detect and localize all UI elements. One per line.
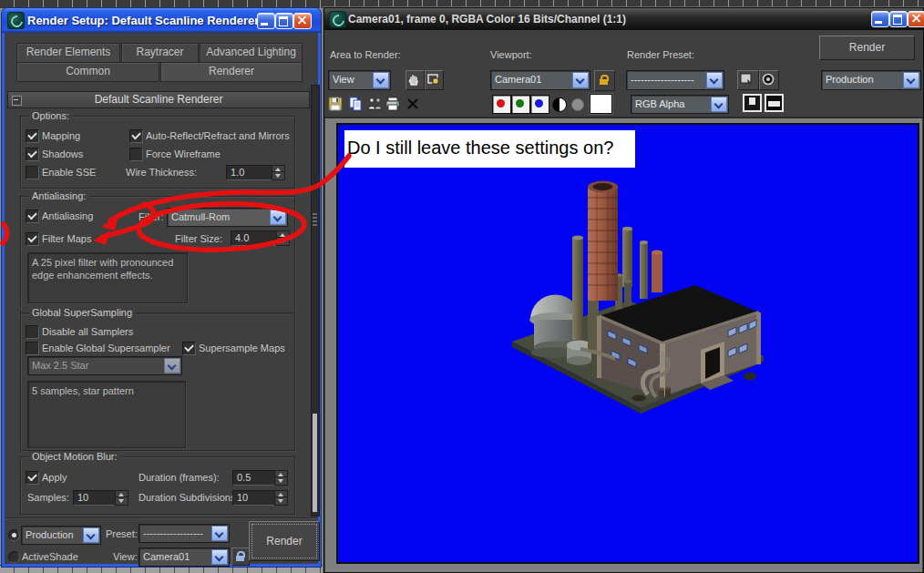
disable-samplers-checkbox[interactable] (26, 325, 39, 339)
tab-renderer[interactable]: Renderer (160, 62, 303, 82)
clone-window-button[interactable] (367, 97, 383, 111)
duration-spinner[interactable] (274, 470, 286, 486)
hand-icon (406, 71, 422, 87)
scrollbar-grip[interactable] (313, 213, 317, 228)
preset-options-button[interactable] (759, 70, 779, 90)
activeshade-radio[interactable] (8, 551, 20, 563)
filter-maps-checkbox[interactable] (26, 232, 39, 246)
samples-field[interactable]: 10 (73, 490, 117, 506)
chevron-down-icon[interactable] (706, 72, 723, 88)
clone-people-icon (367, 97, 383, 111)
viewport-dropdown[interactable]: Camera01 (490, 70, 590, 90)
enable-supersampler-checkbox[interactable] (26, 342, 39, 355)
chevron-down-icon[interactable] (903, 72, 919, 88)
pan-region-button[interactable] (406, 70, 425, 90)
area-to-render-value: View (333, 72, 374, 87)
render-mode-dropdown[interactable]: Production (821, 70, 921, 90)
apply-checkbox[interactable] (26, 471, 39, 485)
tab-render-elements[interactable]: Render Elements (16, 43, 120, 63)
tab-advanced-lighting[interactable]: Advanced Lighting (200, 43, 303, 63)
minimize-button[interactable] (257, 13, 275, 29)
duration-field[interactable]: 0.5 (232, 470, 276, 486)
sampler-description: 5 samples, star pattern (27, 381, 186, 448)
filter-size-spinner[interactable] (276, 230, 288, 246)
save-preset-button[interactable] (737, 70, 759, 90)
chevron-down-icon[interactable] (711, 97, 727, 112)
antialiasing-checkbox[interactable] (26, 210, 39, 223)
production-mode-dropdown[interactable]: Production (21, 526, 101, 545)
close-button[interactable] (908, 11, 924, 27)
save-image-button[interactable] (328, 97, 343, 111)
minimize-button[interactable] (871, 11, 889, 27)
rollout-default-scanline[interactable]: Default Scanline Renderer (7, 91, 310, 108)
green-channel-icon (516, 99, 524, 107)
maximize-button[interactable] (889, 11, 908, 27)
render-preset-dropdown[interactable]: ------------------- (626, 70, 724, 90)
wire-thickness-spinner[interactable] (272, 165, 283, 180)
preset-save-icon (738, 71, 756, 87)
render-button[interactable]: Render (249, 521, 320, 561)
maximize-button[interactable] (275, 13, 293, 29)
view-label: View: (113, 551, 138, 563)
chevron-down-icon[interactable] (270, 210, 286, 225)
rollout-title: Default Scanline Renderer (95, 93, 223, 106)
subdivisions-label: Duration Subdivisions: (139, 492, 238, 504)
auto-reflect-checkbox[interactable] (129, 129, 143, 143)
render-setup-dialog: Render Setup: Default Scanline Renderer … (2, 8, 321, 567)
copy-image-button[interactable] (348, 97, 363, 111)
chevron-down-icon[interactable] (211, 526, 228, 541)
supersample-maps-checkbox[interactable] (182, 342, 196, 355)
wire-thickness-field[interactable]: 1.0 (226, 165, 273, 180)
lock-view-button[interactable] (231, 547, 250, 566)
chevron-down-icon[interactable] (211, 549, 228, 565)
samples-spinner[interactable] (115, 490, 127, 506)
scrollbar-thumb[interactable] (313, 414, 317, 512)
panel-scrollbar[interactable] (311, 85, 320, 517)
edit-region-button[interactable] (425, 70, 444, 90)
tab-raytracer[interactable]: Raytracer (121, 43, 199, 63)
filter-dropdown[interactable]: Catmull-Rom (167, 208, 288, 227)
filter-size-field[interactable]: 4.0 (231, 230, 278, 246)
channel-red-button[interactable] (492, 95, 511, 114)
frame-window-titlebar[interactable]: Camera01, frame 0, RGBA Color 16 Bits/Ch… (324, 8, 923, 30)
force-wireframe-checkbox[interactable] (129, 148, 143, 161)
area-to-render-dropdown[interactable]: View (328, 70, 391, 90)
channel-blue-button[interactable] (530, 95, 549, 114)
clear-image-button[interactable] (406, 97, 420, 111)
app-icon-3dsmax (7, 12, 25, 29)
rendered-image: Do I still leave these settings on? (336, 123, 919, 564)
lock-viewport-button[interactable] (594, 70, 615, 91)
tab-common[interactable]: Common (16, 62, 159, 82)
production-radio[interactable] (8, 529, 20, 541)
print-image-button[interactable] (385, 97, 401, 111)
antialiasing-label: Antialiasing (42, 210, 93, 222)
layers-button[interactable] (765, 94, 784, 112)
background-color-swatch[interactable] (590, 94, 612, 114)
chevron-down-icon[interactable] (373, 72, 389, 88)
shadows-checkbox[interactable] (26, 148, 39, 161)
toggle-ui-button[interactable] (743, 94, 762, 112)
sampler-dropdown[interactable]: Max 2.5 Star (27, 356, 182, 375)
antialiasing-group-label: Antialiasing: (28, 190, 89, 202)
subdivisions-field[interactable]: 10 (232, 490, 276, 506)
render-button[interactable]: Render (819, 36, 915, 60)
footer-divider (5, 517, 317, 518)
subdivisions-spinner[interactable] (274, 490, 286, 506)
chevron-down-icon[interactable] (572, 72, 589, 88)
preset-dropdown[interactable]: ------------------ (139, 524, 230, 543)
red-channel-icon (497, 99, 505, 107)
filter-value: Catmull-Rom (171, 210, 271, 224)
channel-mono-button[interactable] (552, 97, 567, 112)
region-icon (426, 71, 441, 87)
display-channel-dropdown[interactable]: RGB Alpha (631, 95, 729, 114)
enable-sse-checkbox[interactable] (26, 166, 39, 179)
channel-green-button[interactable] (511, 95, 530, 114)
channel-alpha-button[interactable] (571, 98, 584, 111)
render-setup-titlebar[interactable]: Render Setup: Default Scanline Renderer (2, 8, 321, 33)
mapping-checkbox[interactable] (26, 129, 39, 143)
view-dropdown[interactable]: Camera01 (139, 547, 230, 567)
filter-label: Filter: (139, 211, 164, 223)
duration-label: Duration (frames): (139, 472, 220, 484)
chevron-down-icon[interactable] (83, 527, 99, 543)
close-button[interactable] (293, 13, 312, 29)
